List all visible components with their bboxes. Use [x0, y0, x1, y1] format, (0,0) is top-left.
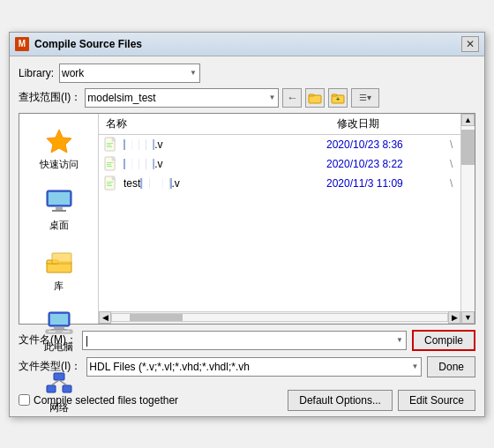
- file-browser-container: 快速访问 桌面: [19, 113, 475, 325]
- title-bar: M Compile Source Files ✕: [10, 33, 484, 56]
- svg-rect-37: [107, 182, 113, 183]
- svg-rect-7: [49, 192, 70, 205]
- svg-rect-38: [107, 183, 111, 184]
- svg-rect-32: [107, 162, 113, 163]
- file-item-0[interactable]: ████.v 2020/10/23 8:36 \: [99, 135, 460, 154]
- file-name-2: test████.v: [124, 177, 326, 190]
- folder-open-button[interactable]: [305, 88, 325, 108]
- filetype-combo-wrapper: HDL Files (*.v;*.vl;*.vhd;*.vhdl;*.vh: [86, 357, 422, 377]
- library-label-item: 库: [54, 280, 64, 293]
- file-sidebar: 快速访问 桌面: [19, 114, 99, 324]
- quick-access-label: 快速访问: [40, 158, 79, 171]
- back-button[interactable]: ←: [282, 88, 302, 108]
- library-label: Library:: [19, 67, 54, 79]
- default-options-button[interactable]: Default Options...: [288, 390, 393, 411]
- library-icon: [43, 246, 75, 278]
- close-button[interactable]: ✕: [461, 36, 479, 52]
- svg-text:+: +: [336, 96, 340, 102]
- column-date: 修改日期: [333, 116, 457, 132]
- compile-together-checkbox[interactable]: [19, 394, 30, 406]
- file-icon-1: [102, 157, 120, 171]
- vertical-scrollbar[interactable]: ▲ ▼: [460, 114, 475, 324]
- filetype-label: 文件类型(I)：: [19, 359, 81, 374]
- sidebar-item-desktop[interactable]: 桌面: [28, 182, 90, 235]
- svg-rect-28: [107, 145, 111, 146]
- scroll-left-button[interactable]: ◀: [99, 311, 111, 324]
- library-combo-wrapper: work: [59, 63, 200, 83]
- file-date-2: 2020/11/3 11:09: [326, 177, 450, 190]
- svg-rect-29: [107, 146, 112, 147]
- file-item-2[interactable]: test████.v 2020/11/3 11:09 \: [99, 174, 460, 193]
- edit-source-button[interactable]: Edit Source: [398, 390, 475, 411]
- desktop-label: 桌面: [49, 219, 69, 232]
- scroll-down-button[interactable]: ▼: [461, 311, 475, 324]
- file-date-0: 2020/10/23 8:36: [326, 138, 450, 151]
- scroll-up-button[interactable]: ▲: [461, 114, 475, 126]
- sidebar-item-quick-access[interactable]: 快速访问: [28, 121, 90, 175]
- compile-button[interactable]: Compile: [412, 330, 475, 351]
- svg-rect-34: [107, 166, 112, 167]
- app-icon: M: [15, 37, 29, 51]
- svg-rect-12: [52, 253, 71, 264]
- svg-rect-8: [56, 207, 63, 210]
- column-name: 名称: [102, 116, 333, 132]
- path-select[interactable]: modelsim_test: [85, 88, 279, 108]
- svg-rect-9: [52, 210, 66, 212]
- library-row: Library: work: [19, 63, 475, 83]
- svg-rect-1: [309, 94, 314, 96]
- filename-row: 文件名(M)： Compile: [19, 330, 475, 351]
- svg-rect-15: [54, 327, 64, 329]
- filetype-select[interactable]: HDL Files (*.v;*.vl;*.vhd;*.vhdl;*.vh: [86, 357, 422, 377]
- scroll-right-button[interactable]: ▶: [448, 311, 460, 324]
- file-icon-2: [102, 176, 120, 190]
- dialog-body: Library: work 查找范围(I)： modelsim_test ←: [10, 56, 484, 385]
- view-button[interactable]: ☰▾: [351, 88, 379, 108]
- scroll-thumb-h: [130, 314, 183, 321]
- compile-together-label-text: Compile selected files together: [34, 394, 178, 407]
- scroll-track-v[interactable]: [461, 126, 475, 311]
- file-extra-2: \: [450, 177, 457, 190]
- done-button[interactable]: Done: [427, 356, 475, 377]
- compile-source-dialog: M Compile Source Files ✕ Library: work 查…: [9, 32, 485, 417]
- quick-access-icon: [43, 124, 75, 156]
- filetype-row: 文件类型(I)： HDL Files (*.v;*.vl;*.vhd;*.vhd…: [19, 356, 475, 377]
- file-extra-1: \: [450, 158, 457, 170]
- desktop-icon: [43, 185, 75, 217]
- sidebar-item-library[interactable]: 库: [28, 243, 90, 296]
- file-icon-0: [102, 138, 120, 152]
- file-item-1[interactable]: ████.v 2020/10/23 8:22 \: [99, 154, 460, 174]
- file-list-area: 名称 修改日期: [99, 114, 460, 324]
- path-combo-wrapper: modelsim_test: [85, 88, 279, 108]
- new-folder-button[interactable]: +: [328, 88, 348, 108]
- svg-rect-27: [107, 143, 113, 144]
- file-date-1: 2020/10/23 8:22: [326, 158, 450, 170]
- file-name-0: ████.v: [124, 138, 326, 151]
- file-list: ████.v 2020/10/23 8:36 \: [99, 135, 460, 311]
- library-select[interactable]: work: [59, 63, 200, 83]
- filename-label: 文件名(M)：: [19, 332, 77, 347]
- scroll-thumb-v: [461, 130, 475, 165]
- svg-marker-5: [47, 130, 71, 153]
- file-extra-0: \: [450, 138, 457, 151]
- svg-rect-39: [107, 185, 112, 186]
- filename-input[interactable]: [82, 331, 407, 350]
- path-row: 查找范围(I)： modelsim_test ← +: [19, 88, 475, 108]
- file-name-1: ████.v: [124, 158, 326, 170]
- svg-rect-14: [50, 314, 68, 325]
- filename-combo-wrapper: [82, 331, 407, 350]
- svg-rect-33: [107, 164, 111, 165]
- file-list-header: 名称 修改日期: [99, 114, 460, 135]
- dialog-title: Compile Source Files: [34, 38, 461, 50]
- scroll-track-h[interactable]: [111, 313, 448, 322]
- footer-row: Compile selected files together Default …: [10, 385, 484, 416]
- path-label: 查找范围(I)：: [19, 90, 81, 105]
- compile-together-checkbox-label[interactable]: Compile selected files together: [19, 394, 178, 407]
- horizontal-scrollbar[interactable]: ◀ ▶: [99, 311, 460, 324]
